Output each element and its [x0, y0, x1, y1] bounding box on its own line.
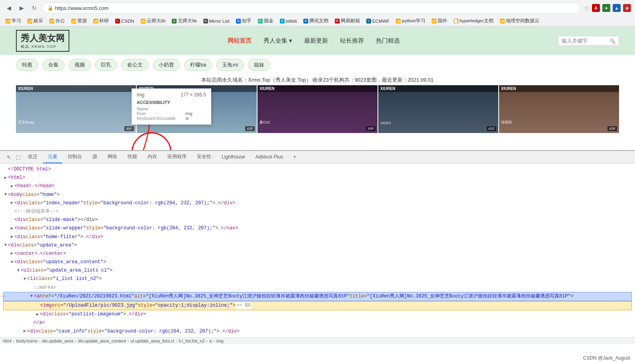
html-line-marker[interactable]: ::marker [3, 284, 632, 292]
nav-popular[interactable]: 热门精选 [376, 37, 400, 45]
bookmark-geocloud[interactable]: 📁 地理空间数据云 [497, 17, 542, 25]
html-line-center[interactable]: ▶ <center> … </center> [3, 250, 632, 258]
logo-text: 秀人美女网 [21, 32, 65, 44]
tab-sources[interactable]: 源 [88, 151, 102, 163]
bookmark-csdn[interactable]: C CSDN [113, 18, 137, 24]
status-html[interactable]: html [3, 339, 12, 343]
image-card-1[interactable]: XIUREN 芝芝Booty 88P [16, 85, 136, 133]
hyper-icon: 📄 [454, 19, 458, 23]
status-ul[interactable]: ul.update_area_lists.cl [130, 339, 174, 343]
bookmark-learning[interactable]: 📁 学习 [3, 17, 24, 25]
bookmark-office[interactable]: 📁 办公 [47, 17, 67, 25]
tab-adblock[interactable]: Adblock Plus [251, 152, 288, 163]
html-line-index-header[interactable]: ▶ <div class =" index_header " style =" … [3, 199, 632, 207]
image-card-3[interactable]: XIUREN 夏CICI 30P [258, 85, 377, 133]
html-line-update-content[interactable]: ▼ <div class =" update_area_content "> [3, 258, 632, 266]
bookmark-python[interactable]: 📁 python学习 [393, 17, 428, 25]
tab-network[interactable]: 网络 [103, 151, 122, 163]
nav-latest[interactable]: 最新更新 [304, 37, 328, 45]
tab-lighthouse[interactable]: Lighthouse [217, 152, 250, 163]
html-line-li[interactable]: ▼ <li class =" i_list list_n2 "> [3, 275, 632, 283]
bookmark-tencent-docs[interactable]: 腾 腾讯文档 [301, 17, 331, 25]
ext3-icon[interactable]: ■ [623, 4, 631, 12]
status-body[interactable]: body.home [16, 339, 37, 343]
site-nav: 网站首页 秀人全集 ▾ 最新更新 站长推荐 热门精选 [228, 37, 400, 45]
tag-collection[interactable]: 合集 [42, 59, 65, 71]
tab-status[interactable]: 状迁 [23, 151, 42, 163]
bookmark-entertainment[interactable]: 📁 娱乐 [25, 17, 45, 25]
html-line-head[interactable]: ▶ <head> … </head> [3, 182, 632, 190]
nav-recommend[interactable]: 站长推荐 [340, 37, 364, 45]
forward-button[interactable]: ▶ [17, 3, 26, 13]
html-line-doctype[interactable]: <!DOCTYPE html> [3, 165, 632, 174]
site-logo: 秀人美女网 精品 XRMN.TOP [16, 30, 69, 52]
cursor-icon[interactable]: ↖ [5, 153, 13, 161]
adblock-icon[interactable]: A [592, 4, 600, 12]
bookmark-yundaxue[interactable]: 📁 云师大lib [138, 17, 168, 25]
tag-rabbit[interactable]: 玉兔mi [216, 59, 244, 71]
ext1-icon[interactable]: ● [602, 4, 610, 12]
star-icon[interactable]: ☆ [584, 4, 590, 12]
html-line-case-info[interactable]: ▶ <div class =" case_info " style =" bac… [3, 327, 632, 336]
bookmark-mirror[interactable]: M Mirror List [201, 18, 232, 24]
image-card-5[interactable]: XIUREN 张雨萌 43P [499, 85, 619, 133]
tab-console[interactable]: 控制台 [63, 151, 87, 163]
bookmark-bilibili[interactable]: B bilibili [277, 18, 299, 24]
search-icon[interactable]: 🔍 [609, 38, 615, 44]
bookmark-juejin[interactable]: 掘 掘金 [256, 17, 276, 25]
html-line-slide-mask[interactable]: <div class =" slide-mask "></div> [3, 216, 632, 224]
tab-memory[interactable]: 内存 [143, 151, 162, 163]
html-line-html[interactable]: ▶ <html> [3, 174, 632, 182]
tag-lemon[interactable]: 柠檬ba [184, 59, 212, 71]
status-li[interactable]: li.i_list.list_n2 [179, 339, 205, 343]
site-search[interactable]: 🔍 [558, 36, 619, 46]
bookmark-research[interactable]: 📁 科研 [91, 17, 111, 25]
image-card-4[interactable]: XIUREN VICKY 41P [378, 85, 498, 133]
html-line-anchor[interactable]: ··· ▼ <a href =" /XiuRen/2021/20219023.h… [3, 292, 632, 301]
tag-sister[interactable]: 姐妹 [248, 59, 270, 71]
bookmark-163mail[interactable]: 网 网易邮箱 [332, 17, 362, 25]
tag-big[interactable]: 巨乳 [95, 59, 117, 71]
html-line-body[interactable]: ▼ <body class =" home "> [3, 191, 632, 199]
back-button[interactable]: ◀ [4, 3, 14, 13]
bookmark-resources[interactable]: 📁 资源 [69, 17, 89, 25]
bookmark-beishida[interactable]: 北 北师大lib [169, 17, 199, 25]
address-bar[interactable]: 🔒 https://www.xrmn5.com [42, 2, 581, 14]
tag-princess[interactable]: 俞公主 [121, 59, 149, 71]
nav-home[interactable]: 网站首页 [228, 37, 252, 45]
html-line-comment[interactable]: <!--移动端菜单--> [3, 207, 632, 216]
tag-video[interactable]: 视频 [69, 59, 91, 71]
bookmark-icon-5: 📁 [93, 19, 98, 23]
bookmark-zhihu[interactable]: 知 知乎 [234, 17, 254, 25]
tab-elements[interactable]: 元素 [43, 151, 62, 163]
bookmark-ecmwf[interactable]: E ECMWF [364, 18, 392, 24]
annotation-circle [132, 132, 171, 150]
nav-collection[interactable]: 秀人全集 ▾ [263, 37, 292, 45]
html-line-ul[interactable]: ▼ <ul class =" update_area_lists cl "> [3, 266, 632, 275]
tag-milk[interactable]: 小奶普 [153, 59, 180, 71]
bookmark-hyperledger[interactable]: 📄 hyperledger文档 [451, 17, 496, 25]
status-update-area[interactable]: div.update_area [42, 339, 73, 343]
html-line-img[interactable]: <img src =" /UploadFile/pic/9023.jpg " s… [3, 301, 632, 310]
refresh-button[interactable]: ↻ [29, 3, 39, 13]
status-update-content[interactable]: div.update_area_content [78, 339, 126, 343]
html-line-nav[interactable]: ▶ <nav class =" slide-wrapper " style ="… [3, 224, 632, 233]
search-input[interactable] [562, 38, 609, 44]
tab-application[interactable]: 应用程序 [163, 151, 191, 163]
html-line-postlist[interactable]: ▶ <div class =" postlist-imagenum "> … <… [3, 310, 632, 319]
tab-performance[interactable]: 性能 [123, 151, 142, 163]
status-img[interactable]: img [216, 339, 224, 343]
img-overlay-3: XIUREN [258, 85, 377, 92]
status-a[interactable]: a [209, 339, 212, 343]
html-line-close-a[interactable]: </a> [3, 319, 632, 327]
html-line-update-area[interactable]: ▼ <div class =" update_area "> [3, 241, 632, 250]
html-line-close-li[interactable]: </li> [3, 336, 632, 337]
tab-security[interactable]: 安全性 [192, 151, 216, 163]
device-icon[interactable]: ⬚ [14, 153, 22, 161]
html-line-home-filter[interactable]: ▶ <div class =" home-filter "> … </div> [3, 233, 632, 241]
tag-special[interactable]: 特惠 [16, 59, 38, 71]
img-count-4: 41P [487, 126, 496, 131]
bookmark-foreign[interactable]: 📁 国外 [429, 17, 450, 25]
tab-add[interactable]: + [289, 152, 301, 163]
ext2-icon[interactable]: ▲ [613, 4, 621, 12]
